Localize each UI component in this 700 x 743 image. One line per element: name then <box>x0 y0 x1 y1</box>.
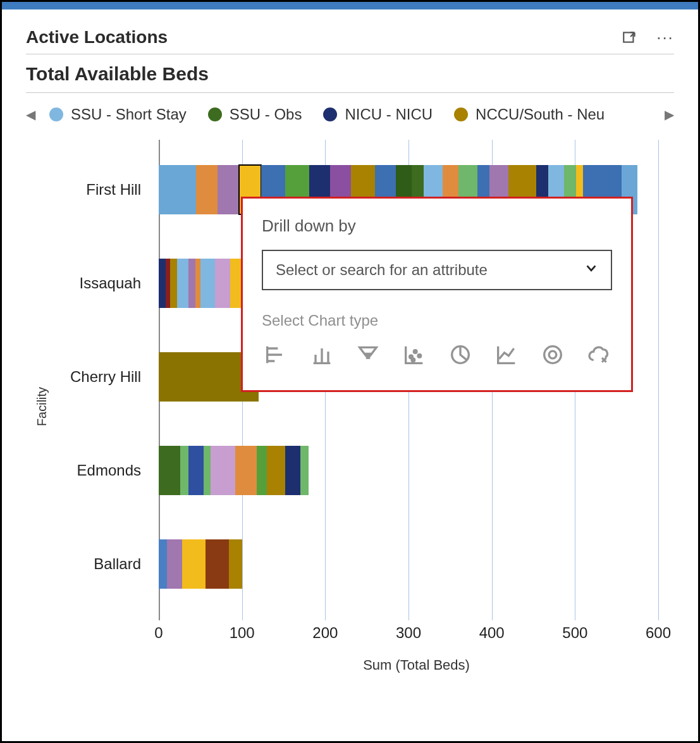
bar-segment[interactable] <box>188 259 195 308</box>
chart-type-funnel[interactable] <box>354 341 381 369</box>
y-axis-labels: First HillIssaquahCherry HillEdmondsBall… <box>26 140 152 620</box>
chart-type-picker <box>262 341 612 369</box>
svg-point-2 <box>414 350 417 353</box>
svg-rect-0 <box>623 32 633 42</box>
legend-item[interactable]: SSU - Short Stay <box>49 106 187 123</box>
bar-segment[interactable] <box>204 446 211 495</box>
legend-swatch <box>208 107 222 121</box>
legend-label: NICU - NICU <box>345 106 433 123</box>
legend-scroll-left[interactable]: ◀ <box>26 107 35 122</box>
card-header: Active Locations ··· <box>26 22 674 54</box>
x-tick-label: 600 <box>646 624 671 642</box>
svg-point-4 <box>412 359 415 362</box>
y-tick-label: Ballard <box>94 555 141 573</box>
y-tick-label: Edmonds <box>77 462 141 479</box>
bar-segment[interactable] <box>159 539 167 589</box>
chart-type-pie[interactable] <box>446 341 474 369</box>
svg-point-7 <box>549 351 556 359</box>
legend-swatch <box>323 107 337 121</box>
bar-segment[interactable] <box>170 259 177 308</box>
plot-area: First HillIssaquahCherry HillEdmondsBall… <box>159 140 658 620</box>
bar-segment[interactable] <box>285 446 300 495</box>
x-axis-title: Sum (Total Beds) <box>159 657 674 673</box>
y-tick-label: Issaquah <box>80 274 141 292</box>
chevron-down-icon <box>584 261 598 279</box>
x-tick-label: 100 <box>230 624 255 642</box>
bar-segment[interactable] <box>267 446 285 495</box>
legend-scroll-right[interactable]: ▶ <box>665 107 674 122</box>
legend-item[interactable]: NCCU/South - Neu <box>454 106 605 123</box>
chart-type-bar-horizontal[interactable] <box>262 341 289 369</box>
bar-segment[interactable] <box>257 446 267 495</box>
chart-title: Total Available Beds <box>26 63 674 85</box>
bar-segment[interactable] <box>177 259 188 308</box>
legend-item[interactable]: NICU - NICU <box>323 106 433 123</box>
bar-segment[interactable] <box>230 259 242 308</box>
x-axis-ticks: 0100200300400500600 <box>159 624 658 646</box>
bar-segment[interactable] <box>206 539 229 589</box>
x-tick-label: 300 <box>396 624 421 642</box>
y-tick-label: First Hill <box>86 181 141 199</box>
bar-segment[interactable] <box>300 446 309 495</box>
bar-segment[interactable] <box>166 259 171 308</box>
chart-area: Facility First HillIssaquahCherry HillEd… <box>26 140 674 673</box>
bar-segment[interactable] <box>196 165 218 214</box>
top-accent-bar <box>2 2 698 9</box>
dashboard-card-frame: Active Locations ··· Total Available Bed… <box>0 0 700 743</box>
legend-label: SSU - Obs <box>230 106 302 123</box>
more-options-icon[interactable]: ··· <box>656 28 674 46</box>
legend-swatch <box>49 107 63 121</box>
x-tick-label: 0 <box>154 624 163 642</box>
attribute-select[interactable]: Select or search for an attribute <box>262 250 612 290</box>
bar-segment[interactable] <box>182 539 206 589</box>
svg-point-3 <box>418 354 421 357</box>
legend-swatch <box>454 107 468 121</box>
bar-row[interactable] <box>159 539 242 589</box>
chart-type-scatter[interactable] <box>400 341 427 369</box>
card-title: Active Locations <box>26 27 168 47</box>
x-tick-label: 200 <box>312 624 338 642</box>
svg-point-6 <box>544 347 561 364</box>
bar-segment[interactable] <box>235 446 257 495</box>
bar-segment[interactable] <box>159 446 180 495</box>
x-axis: 0100200300400500600 Sum (Total Beds) <box>159 624 674 673</box>
bar-segment[interactable] <box>218 165 239 214</box>
bar-segment[interactable] <box>200 259 216 308</box>
bar-row[interactable] <box>159 446 309 495</box>
chart-type-label: Select Chart type <box>262 312 612 329</box>
bar-segment[interactable] <box>159 165 196 214</box>
subtitle-row: Total Available Beds <box>26 54 674 93</box>
chart-type-donut[interactable] <box>539 341 566 369</box>
chart-type-cloud[interactable] <box>585 341 612 369</box>
bar-segment[interactable] <box>215 259 230 308</box>
legend-label: SSU - Short Stay <box>71 106 187 123</box>
legend-item[interactable]: SSU - Obs <box>208 106 302 123</box>
bar-segment[interactable] <box>211 446 236 495</box>
x-tick-label: 500 <box>562 624 587 642</box>
chart-type-bar-vertical[interactable] <box>308 341 335 369</box>
bar-segment[interactable] <box>188 446 204 495</box>
bar-segment[interactable] <box>195 259 200 308</box>
popover-title: Drill down by <box>262 216 612 236</box>
legend-label: NCCU/South - Neu <box>476 106 605 123</box>
drill-down-popover: Drill down by Select or search for an at… <box>241 197 633 392</box>
x-tick-label: 400 <box>479 624 505 642</box>
chart-type-line[interactable] <box>493 341 520 369</box>
bar-segment[interactable] <box>229 539 242 589</box>
y-tick-label: Cherry Hill <box>70 368 141 386</box>
focus-mode-icon[interactable] <box>621 28 639 46</box>
bar-segment[interactable] <box>180 446 188 495</box>
bar-segment[interactable] <box>167 539 182 589</box>
bar-segment[interactable] <box>159 259 166 308</box>
legend: ◀ SSU - Short StaySSU - ObsNICU - NICUNC… <box>26 93 674 133</box>
attribute-select-placeholder: Select or search for an attribute <box>276 261 488 279</box>
